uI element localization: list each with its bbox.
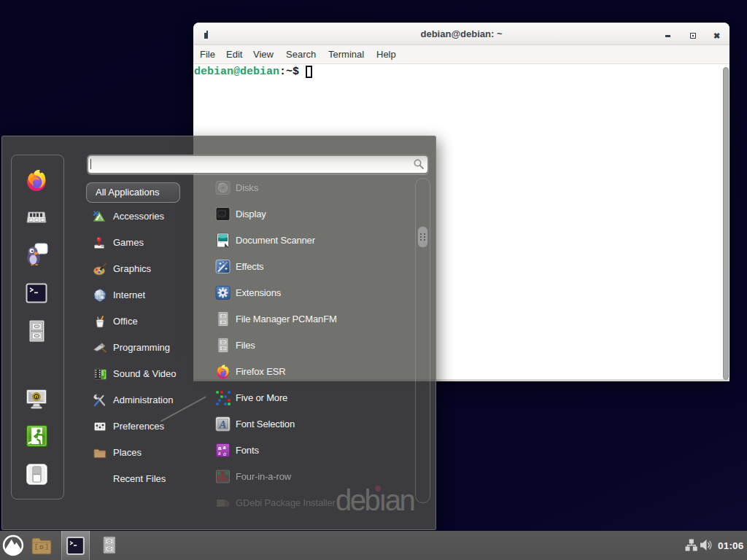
- svg-text:A: A: [219, 419, 226, 429]
- svg-text:a: a: [223, 450, 226, 456]
- svg-text:D: D: [39, 544, 44, 551]
- svg-text:a: a: [218, 450, 221, 456]
